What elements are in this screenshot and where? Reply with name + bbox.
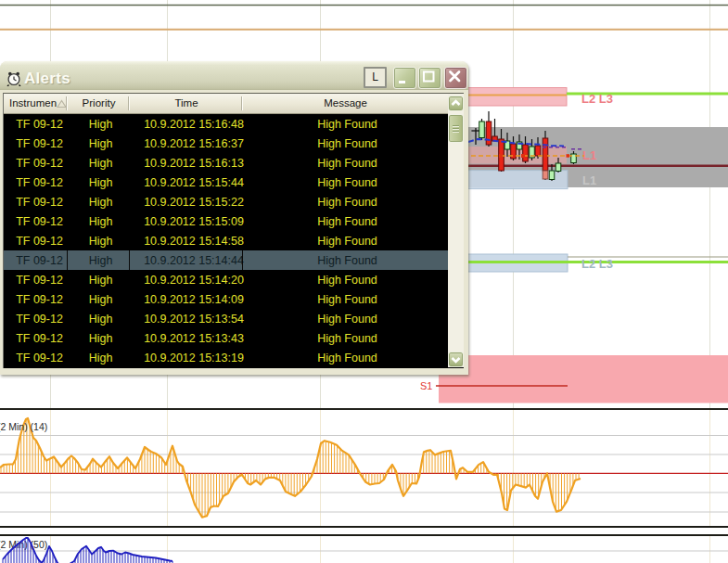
svg-text:S1: S1	[420, 380, 432, 391]
svg-text:L1: L1	[582, 173, 596, 187]
svg-text:(2 Min) (50): (2 Min) (50)	[0, 539, 47, 550]
svg-text:L1: L1	[582, 148, 596, 162]
svg-text:L2 L3: L2 L3	[581, 92, 613, 106]
svg-text:(2 Min) (14): (2 Min) (14)	[0, 421, 47, 432]
svg-text:L2 L3: L2 L3	[581, 257, 613, 271]
